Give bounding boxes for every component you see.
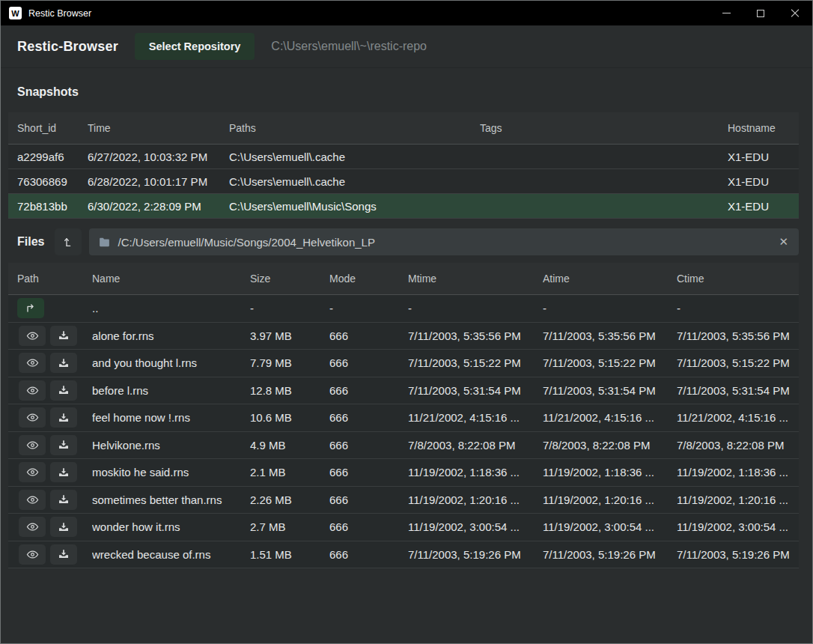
clear-path-icon[interactable]: ✕ <box>777 235 790 249</box>
file-size: - <box>250 302 329 315</box>
snapshot-row[interactable]: 76306869 6/28/2022, 10:01:17 PM C:\Users… <box>8 169 799 194</box>
file-name: Helvikone.rns <box>92 439 250 452</box>
eye-icon <box>26 356 39 369</box>
preview-file-button[interactable] <box>19 544 46 565</box>
column-header-time[interactable]: Time <box>88 122 229 134</box>
snapshots-section-title: Snapshots <box>17 85 79 98</box>
preview-file-button[interactable] <box>19 353 46 373</box>
snapshot-paths: C:\Users\emuell\Music\Songs <box>229 200 480 213</box>
set-root-button[interactable] <box>55 228 82 255</box>
file-mtime: - <box>408 302 543 315</box>
file-mode: 666 <box>329 520 408 533</box>
preview-file-button[interactable] <box>19 435 46 455</box>
column-header-hostname[interactable]: Hostname <box>728 122 799 134</box>
files-rows: alone for.rns 3.97 MB 666 7/11/2003, 5:3… <box>8 323 799 569</box>
file-size: 10.6 MB <box>250 411 329 424</box>
files-section-title: Files <box>17 235 44 249</box>
file-mode: 666 <box>329 548 408 561</box>
preview-file-button[interactable] <box>19 407 46 428</box>
download-icon <box>58 493 70 505</box>
files-bar: Files /C:/Users/emuell/Music/Songs/2004_… <box>8 228 799 255</box>
eye-icon <box>26 548 39 561</box>
eye-icon <box>26 411 39 424</box>
file-name: alone for.rns <box>92 329 250 342</box>
download-file-button[interactable] <box>50 544 77 565</box>
snapshot-row[interactable]: 72b813bb 6/30/2022, 2:28:09 PM C:\Users\… <box>8 194 799 219</box>
snapshots-rows: a2299af6 6/27/2022, 10:03:32 PM C:\Users… <box>8 145 799 219</box>
file-atime: 11/19/2002, 1:18:36 ... <box>543 466 677 479</box>
go-parent-button[interactable] <box>17 298 44 318</box>
download-file-button[interactable] <box>50 380 77 401</box>
column-header-name[interactable]: Name <box>92 273 250 285</box>
preview-file-button[interactable] <box>19 326 46 346</box>
file-mtime: 7/11/2003, 5:19:26 PM <box>408 548 543 561</box>
file-row: Helvikone.rns 4.9 MB 666 7/8/2003, 8:22:… <box>8 432 799 460</box>
file-name: and you thought l.rns <box>92 356 250 369</box>
column-header-tags[interactable]: Tags <box>480 122 728 134</box>
snapshot-paths: C:\Users\emuell\.cache <box>229 151 480 163</box>
file-mtime: 7/8/2003, 8:22:08 PM <box>408 439 543 452</box>
download-file-button[interactable] <box>50 407 77 428</box>
snapshot-short-id: 72b813bb <box>8 200 88 213</box>
preview-file-button[interactable] <box>19 380 46 401</box>
maximize-icon <box>757 10 764 17</box>
download-file-button[interactable] <box>50 435 77 455</box>
preview-file-button[interactable] <box>19 490 46 510</box>
download-icon <box>58 521 70 533</box>
repository-path: C:\Users\emuell\~\restic-repo <box>271 40 427 53</box>
download-icon <box>58 412 70 424</box>
download-file-button[interactable] <box>50 517 77 537</box>
maximize-button[interactable] <box>743 1 778 25</box>
snapshot-hostname: X1-EDU <box>728 151 799 163</box>
preview-file-button[interactable] <box>19 462 46 482</box>
file-row: feel home now !.rns 10.6 MB 666 11/21/20… <box>8 404 799 432</box>
snapshots-table: Short_id Time Paths Tags Hostname a2299a… <box>8 112 799 219</box>
close-icon <box>791 9 800 18</box>
file-size: 4.9 MB <box>250 439 329 452</box>
preview-file-button[interactable] <box>19 517 46 537</box>
file-ctime: 11/19/2002, 3:00:54 ... <box>677 520 799 533</box>
column-header-size[interactable]: Size <box>250 273 329 285</box>
eye-icon <box>26 466 39 479</box>
column-header-ctime[interactable]: Ctime <box>677 273 799 285</box>
file-name: .. <box>92 302 250 315</box>
file-row: alone for.rns 3.97 MB 666 7/11/2003, 5:3… <box>8 323 799 350</box>
file-mode: - <box>329 302 408 315</box>
files-table: Path Name Size Mode Mtime Atime Ctime ..… <box>8 263 799 568</box>
close-button[interactable] <box>778 1 812 25</box>
download-file-button[interactable] <box>50 490 77 510</box>
column-header-paths[interactable]: Paths <box>229 122 480 134</box>
minimize-button[interactable] <box>709 1 743 25</box>
column-header-atime[interactable]: Atime <box>543 273 677 285</box>
eye-icon <box>26 493 39 506</box>
files-path-value: /C:/Users/emuell/Music/Songs/2004_Helvet… <box>118 236 770 249</box>
snapshot-row[interactable]: a2299af6 6/27/2022, 10:03:32 PM C:\Users… <box>8 145 799 169</box>
file-size: 3.97 MB <box>250 329 329 342</box>
app-window: W Restic Browser Restic-Browser Select R… <box>0 0 813 644</box>
file-mtime: 7/11/2003, 5:15:22 PM <box>408 356 543 369</box>
file-row: sometimes better than.rns 2.26 MB 666 11… <box>8 487 799 514</box>
snapshots-header-row: Short_id Time Paths Tags Hostname <box>8 112 799 145</box>
file-mtime: 11/19/2002, 1:20:16 ... <box>408 493 543 506</box>
file-mode: 666 <box>329 411 408 424</box>
files-path-input[interactable]: /C:/Users/emuell/Music/Songs/2004_Helvet… <box>89 228 799 255</box>
file-row: before l.rns 12.8 MB 666 7/11/2003, 5:31… <box>8 377 799 405</box>
window-title: Restic Browser <box>28 8 709 19</box>
download-file-button[interactable] <box>50 462 77 482</box>
download-file-button[interactable] <box>50 326 77 346</box>
file-atime: 7/11/2003, 5:35:56 PM <box>543 329 677 342</box>
column-header-mtime[interactable]: Mtime <box>408 273 543 285</box>
column-header-short-id[interactable]: Short_id <box>8 122 88 134</box>
snapshot-hostname: X1-EDU <box>728 175 799 188</box>
file-row: wrecked because of.rns 1.51 MB 666 7/11/… <box>8 541 799 569</box>
snapshot-hostname: X1-EDU <box>728 200 799 213</box>
app-name: Restic-Browser <box>17 39 118 55</box>
up-level-icon <box>62 236 74 248</box>
column-header-mode[interactable]: Mode <box>329 273 408 285</box>
column-header-path[interactable]: Path <box>8 273 92 285</box>
download-file-button[interactable] <box>50 353 77 373</box>
select-repository-button[interactable]: Select Repository <box>135 33 255 60</box>
download-icon <box>58 329 70 341</box>
download-icon <box>58 357 70 369</box>
download-icon <box>58 548 70 560</box>
